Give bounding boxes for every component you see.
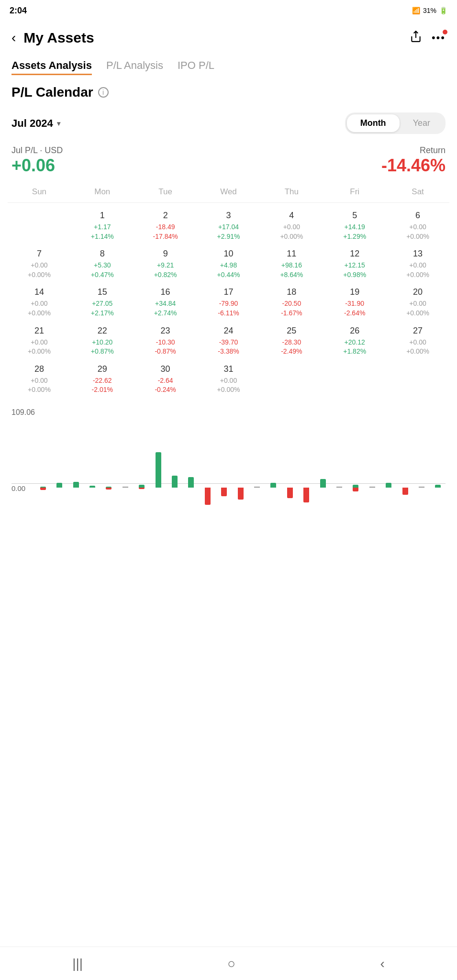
info-icon[interactable]: i <box>98 87 109 98</box>
calendar-cell-3[interactable]: 3 +17.04+2.91% <box>197 207 260 245</box>
chart-bar-group <box>348 421 363 526</box>
chart-bar-group <box>52 421 67 526</box>
calendar-cell-24[interactable]: 24 -39.70-3.38% <box>197 322 260 360</box>
cal-pl-value: +9.21+0.82% <box>154 261 177 279</box>
calendar-cell-30[interactable]: 30 -2.64-0.24% <box>134 360 197 399</box>
cal-date-num: 7 <box>37 249 42 259</box>
calendar-cell-28[interactable]: 28 +0.00+0.00% <box>8 360 71 399</box>
bar-zero <box>419 487 424 488</box>
calendar-cell-9[interactable]: 9 +9.21+0.82% <box>134 245 197 283</box>
cal-pl-value: +0.00+0.00% <box>406 338 429 356</box>
cal-date-num: 26 <box>350 326 359 336</box>
cal-pl-value: +0.00+0.00% <box>28 376 51 395</box>
calendar-cell-18[interactable]: 18 -20.50-1.67% <box>260 283 323 322</box>
calendar-cell-11[interactable]: 11 +98.16+8.64% <box>260 245 323 283</box>
calendar-cell-5[interactable]: 5 +14.19+1.29% <box>323 207 386 245</box>
chart-bar-group <box>431 421 446 526</box>
chart-bar-group <box>118 421 133 526</box>
chart-bar-group <box>85 421 100 526</box>
calendar-cell-26[interactable]: 26 +20.12+1.82% <box>323 322 386 360</box>
header-tue: Tue <box>134 183 197 200</box>
calendar-cell-6[interactable]: 6 +0.00+0.00% <box>386 207 449 245</box>
cal-date-num: 27 <box>413 326 423 336</box>
header-mon: Mon <box>71 183 134 200</box>
chart-bar-group <box>184 421 199 526</box>
cal-pl-value: +14.19+1.29% <box>343 223 366 241</box>
cal-date-num: 8 <box>100 249 105 259</box>
cal-date-num: 2 <box>163 211 168 221</box>
nav-menu-icon[interactable]: ||| <box>72 956 83 971</box>
cal-pl-value: -22.62-2.01% <box>92 376 113 395</box>
nav-back-icon[interactable]: ‹ <box>380 956 384 971</box>
month-toggle[interactable]: Month <box>347 114 400 132</box>
bar-positive <box>172 476 178 487</box>
calendar-cell-4[interactable]: 4 +0.00+0.00% <box>260 207 323 245</box>
calendar-cell-2[interactable]: 2 -18.49-17.84% <box>134 207 197 245</box>
nav-home-icon[interactable]: ○ <box>227 956 235 971</box>
status-time: 2:04 <box>10 6 27 16</box>
back-button[interactable]: ‹ <box>11 30 16 45</box>
chart-area: 0.00 <box>11 421 446 526</box>
bar-negative <box>205 488 211 505</box>
chart-bar-group <box>398 421 412 526</box>
cal-date-num: 10 <box>223 249 233 259</box>
calendar-cell-20[interactable]: 20 +0.00+0.00% <box>386 283 449 322</box>
cal-pl-value: +27.05+2.17% <box>91 299 114 318</box>
calendar-grid: 1 +1.17+1.14% 2 -18.49-17.84% 3 +17.04+2… <box>8 207 449 399</box>
cal-pl-value: -2.64-0.24% <box>155 376 176 395</box>
bar-negative <box>40 488 46 490</box>
calendar-cell-19[interactable]: 19 -31.90-2.64% <box>323 283 386 322</box>
calendar-cell-17[interactable]: 17 -79.90-6.11% <box>197 283 260 322</box>
cal-date-num: 13 <box>413 249 423 259</box>
cal-pl-value: +17.04+2.91% <box>217 223 240 241</box>
tab-pl-analysis[interactable]: P/L Analysis <box>106 59 163 75</box>
chart-bar-group <box>332 421 346 526</box>
calendar: Sun Mon Tue Wed Thu Fri Sat 1 +1.17+1.14… <box>0 183 457 399</box>
cal-date-num: 11 <box>287 249 296 259</box>
bar-negative <box>353 488 358 491</box>
chart-bar-group <box>200 421 215 526</box>
cal-pl-value: +0.00+0.00% <box>28 261 51 279</box>
pl-summary: Jul P/L · USD +0.06 Return -14.46% <box>0 142 457 183</box>
calendar-cell-23[interactable]: 23 -10.30-0.87% <box>134 322 197 360</box>
calendar-cell-13[interactable]: 13 +0.00+0.00% <box>386 245 449 283</box>
calendar-cell-15[interactable]: 15 +27.05+2.17% <box>71 283 134 322</box>
calendar-cell-1[interactable]: 1 +1.17+1.14% <box>71 207 134 245</box>
tab-assets-analysis[interactable]: Assets Analysis <box>11 59 92 75</box>
share-button[interactable] <box>410 30 422 46</box>
calendar-cell-8[interactable]: 8 +5.30+0.47% <box>71 245 134 283</box>
calendar-cell-31[interactable]: 31 +0.00+0.00% <box>197 360 260 399</box>
cal-date-num: 20 <box>413 287 423 297</box>
tab-ipo-pl[interactable]: IPO P/L <box>178 59 214 75</box>
cal-pl-value: +10.20+0.87% <box>91 338 114 356</box>
cal-pl-value: -20.50-1.67% <box>281 299 302 318</box>
cal-date-num: 14 <box>34 287 44 297</box>
bar-positive <box>73 482 79 488</box>
calendar-cell-21[interactable]: 21 +0.00+0.00% <box>8 322 71 360</box>
cal-pl-value: +98.16+8.64% <box>280 261 303 279</box>
calendar-cell-10[interactable]: 10 +4.98+0.44% <box>197 245 260 283</box>
bar-zero <box>369 487 375 488</box>
cal-pl-value: +0.00+0.00% <box>280 223 303 241</box>
cal-date-num: 15 <box>98 287 107 297</box>
bar-zero <box>336 487 342 488</box>
calendar-cell-12[interactable]: 12 +12.15+0.98% <box>323 245 386 283</box>
chart-bar-group <box>282 421 297 526</box>
calendar-cell-25[interactable]: 25 -28.30-2.49% <box>260 322 323 360</box>
cal-date-num: 24 <box>223 326 233 336</box>
page-title: My Assets <box>23 30 94 46</box>
chart-bar-group <box>266 421 281 526</box>
calendar-cell-7[interactable]: 7 +0.00+0.00% <box>8 245 71 283</box>
cal-pl-value: +4.98+0.44% <box>217 261 240 279</box>
chart-bar-group <box>414 421 429 526</box>
calendar-cell-16[interactable]: 16 +34.84+2.74% <box>134 283 197 322</box>
calendar-cell-27[interactable]: 27 +0.00+0.00% <box>386 322 449 360</box>
calendar-cell-22[interactable]: 22 +10.20+0.87% <box>71 322 134 360</box>
calendar-cell-29[interactable]: 29 -22.62-2.01% <box>71 360 134 399</box>
calendar-cell-14[interactable]: 14 +0.00+0.00% <box>8 283 71 322</box>
cal-date-num: 22 <box>98 326 107 336</box>
bar-positive <box>156 452 161 487</box>
month-selector[interactable]: Jul 2024 ▾ <box>11 117 60 130</box>
year-toggle[interactable]: Year <box>400 114 444 132</box>
return-label: Return <box>381 145 446 156</box>
